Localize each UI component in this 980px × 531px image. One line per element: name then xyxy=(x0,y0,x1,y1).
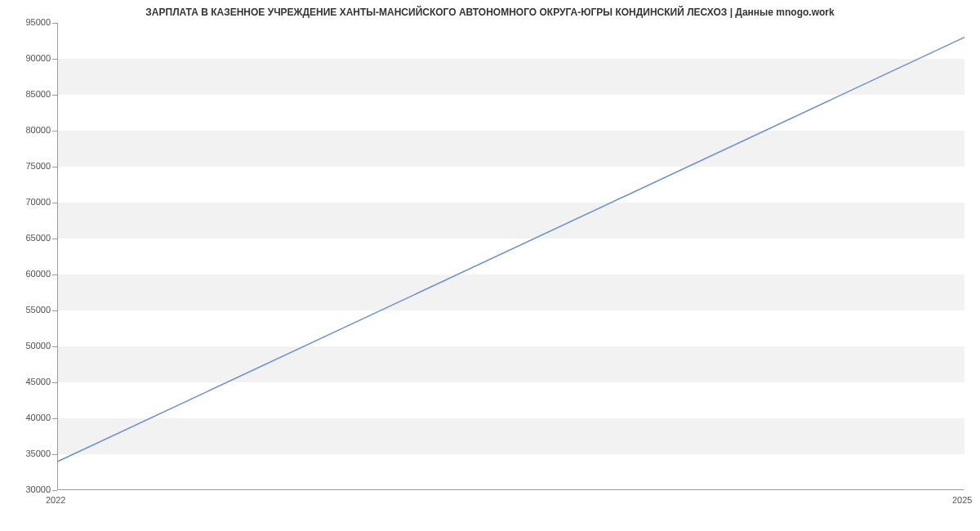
y-tick-label: 90000 xyxy=(0,53,51,63)
y-tick-label: 45000 xyxy=(0,377,51,386)
y-tick-label: 40000 xyxy=(0,413,51,422)
y-tick-mark xyxy=(52,418,57,419)
y-tick-mark xyxy=(52,59,57,60)
y-tick-label: 70000 xyxy=(0,197,51,207)
chart-svg xyxy=(58,23,964,489)
y-tick-label: 80000 xyxy=(0,125,51,135)
x-tick-label: 2025 xyxy=(952,495,972,505)
y-tick-mark xyxy=(52,131,57,132)
plot-area xyxy=(57,23,964,490)
y-tick-label: 30000 xyxy=(0,484,51,494)
y-tick-label: 60000 xyxy=(0,269,51,279)
y-tick-label: 35000 xyxy=(0,448,51,458)
y-tick-mark xyxy=(52,239,57,239)
y-tick-label: 55000 xyxy=(0,305,51,315)
y-tick-mark xyxy=(52,23,57,24)
y-tick-mark xyxy=(52,382,57,383)
y-tick-mark xyxy=(52,310,57,311)
y-tick-label: 65000 xyxy=(0,233,51,243)
y-tick-mark xyxy=(52,95,57,96)
chart-title: ЗАРПЛАТА В КАЗЕННОЕ УЧРЕЖДЕНИЕ ХАНТЫ-МАН… xyxy=(0,7,980,18)
x-tick-label: 2022 xyxy=(46,495,65,505)
y-tick-mark xyxy=(52,167,57,167)
y-tick-mark xyxy=(52,346,57,347)
grid-band xyxy=(58,346,964,382)
y-tick-mark xyxy=(52,454,57,455)
grid-band xyxy=(58,59,964,95)
y-tick-label: 75000 xyxy=(0,161,51,171)
grid-band xyxy=(58,274,964,310)
y-tick-label: 95000 xyxy=(0,17,51,27)
y-tick-label: 85000 xyxy=(0,89,51,99)
y-tick-mark xyxy=(52,274,57,275)
y-tick-mark xyxy=(52,203,57,203)
grid-band xyxy=(58,418,964,454)
data-line xyxy=(58,38,964,462)
grid-band xyxy=(58,203,964,239)
y-tick-label: 50000 xyxy=(0,341,51,350)
grid-band xyxy=(58,131,964,167)
y-tick-mark xyxy=(52,490,57,491)
